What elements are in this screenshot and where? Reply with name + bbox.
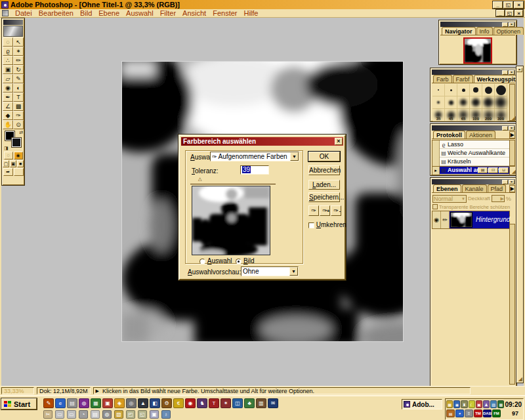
- dialog-close-button[interactable]: ×: [335, 138, 343, 145]
- new-document-from-state-button[interactable]: ▤: [478, 167, 488, 173]
- jump-imageready-button[interactable]: ➦: [3, 168, 13, 176]
- palette-close-button[interactable]: ×: [516, 68, 522, 72]
- preserve-transparency-checkbox[interactable]: [432, 204, 438, 209]
- brush-preset[interactable]: [495, 84, 507, 96]
- brush-preset[interactable]: [482, 96, 495, 109]
- palette-tab[interactable]: Navigator: [442, 27, 476, 35]
- opacity-field[interactable]: ▶: [492, 195, 505, 202]
- measure-tool-icon[interactable]: ∠: [3, 102, 13, 111]
- palette-tab[interactable]: Farb: [433, 75, 452, 83]
- type-tool-icon[interactable]: T: [13, 93, 24, 102]
- zoom-tool-icon[interactable]: ⊙: [13, 120, 24, 129]
- quick-launch-icon[interactable]: ◉: [185, 398, 196, 408]
- history-step[interactable]: ▤ Weiche Auswahlkante: [432, 149, 509, 158]
- layers-scrollbar[interactable]: [509, 224, 515, 385]
- palette-minimize-button[interactable]: _: [502, 126, 508, 131]
- brush-preset[interactable]: [457, 84, 470, 96]
- brush-preset[interactable]: [432, 96, 445, 109]
- bucket-tool-icon[interactable]: ◆: [3, 111, 13, 120]
- brush-preset[interactable]: [432, 84, 445, 96]
- quick-launch-icon[interactable]: ✂: [43, 410, 52, 419]
- brush-preset[interactable]: 45: [445, 109, 457, 121]
- brush-preset[interactable]: 35: [432, 109, 445, 121]
- resize-grip-icon[interactable]: ◢: [518, 377, 522, 382]
- palette-tab[interactable]: Pfad: [488, 184, 507, 192]
- eyedropper-tool-icon[interactable]: ✑: [13, 111, 24, 120]
- blend-mode-select[interactable]: Normal▼: [432, 195, 467, 203]
- minimize-button[interactable]: _: [493, 1, 503, 9]
- standard-screen-button[interactable]: ▢: [3, 160, 9, 167]
- quick-launch-icon[interactable]: ♞: [197, 398, 207, 408]
- palette-close-button[interactable]: ×: [509, 22, 514, 27]
- paintbrush-tool-icon[interactable]: ✏: [13, 56, 24, 65]
- titlebar[interactable]: Adobe Photoshop - [Ohne Titel-1 @ 33,3% …: [0, 0, 525, 9]
- dropdown-arrow-icon[interactable]: ▼: [289, 267, 298, 276]
- radio-auswahl[interactable]: [200, 259, 205, 264]
- tray-icon[interactable]: ▣: [476, 400, 482, 408]
- delete-state-button[interactable]: ⊔: [499, 167, 509, 173]
- tray-icon[interactable]: ▦: [446, 400, 453, 408]
- brush-preset[interactable]: [482, 84, 495, 96]
- quick-launch-icon[interactable]: ▥: [256, 398, 266, 408]
- quick-launch-icon[interactable]: ▦: [91, 398, 101, 408]
- palette-close-button[interactable]: ×: [509, 126, 514, 131]
- menu-item[interactable]: Auswahl: [126, 9, 154, 17]
- palette-tab[interactable]: Kanäle: [462, 184, 487, 192]
- quick-launch-icon[interactable]: ▭: [67, 410, 76, 419]
- palette-minimize-button[interactable]: _: [502, 22, 508, 27]
- eraser-tool-icon[interactable]: ▱: [3, 74, 13, 83]
- tray-icon[interactable]: ≡: [465, 410, 473, 417]
- menu-item[interactable]: Hilfe: [243, 9, 258, 17]
- fullscreen-button[interactable]: ■: [17, 160, 24, 167]
- palette-tab[interactable]: Ebenen: [433, 184, 461, 192]
- dodge-tool-icon[interactable]: ◐: [13, 83, 24, 93]
- brushes-titlebar[interactable]: _×: [432, 70, 515, 75]
- blur-tool-icon[interactable]: ◉: [3, 83, 13, 93]
- menu-item[interactable]: Fenster: [213, 9, 237, 17]
- magic-wand-tool-icon[interactable]: ✶: [13, 47, 24, 56]
- tray-icon[interactable]: DAB: [483, 410, 492, 417]
- restore-button[interactable]: ◱: [503, 1, 513, 9]
- start-button[interactable]: Start: [1, 398, 37, 410]
- quick-launch-icon[interactable]: ▭: [55, 410, 64, 419]
- jump-extra-button[interactable]: [14, 168, 24, 176]
- ok-button[interactable]: OK: [308, 152, 340, 161]
- quick-launch-icon[interactable]: ◰: [126, 410, 135, 419]
- dropdown-arrow-icon[interactable]: ▼: [290, 152, 299, 161]
- quick-launch-icon[interactable]: ✉: [268, 398, 278, 408]
- quick-launch-icon[interactable]: ✶: [220, 398, 231, 408]
- palette-tab[interactable]: Optionen: [494, 27, 524, 35]
- menu-item[interactable]: Filter: [160, 9, 176, 17]
- speichern-button[interactable]: Speichern...: [308, 192, 340, 202]
- menu-item[interactable]: Ebene: [98, 9, 119, 17]
- palette-close-button[interactable]: ×: [509, 70, 514, 75]
- history-step[interactable]: ▤ Kräuseln: [432, 158, 509, 166]
- menu-item[interactable]: Bearbeiten: [39, 9, 74, 17]
- quick-launch-icon[interactable]: ♁: [161, 410, 171, 419]
- history-step[interactable]: ϱ Lasso: [432, 140, 509, 149]
- quick-launch-icon[interactable]: ◫: [232, 398, 243, 408]
- quick-launch-icon[interactable]: ▧: [114, 410, 123, 419]
- toolbox-titlebar[interactable]: [3, 20, 23, 25]
- lasso-tool-icon[interactable]: ϱ: [3, 47, 13, 56]
- quick-launch-icon[interactable]: ▣: [150, 410, 159, 419]
- menu-item[interactable]: Datei: [15, 9, 32, 17]
- quick-launch-icon[interactable]: ▤: [91, 410, 100, 419]
- quick-launch-icon[interactable]: ◈: [114, 398, 125, 408]
- quick-launch-icon[interactable]: T: [209, 398, 219, 408]
- mdi-close-button[interactable]: ×: [514, 10, 523, 16]
- tray-icon[interactable]: ▤: [446, 410, 455, 417]
- selection-preview[interactable]: [192, 186, 270, 255]
- palette-tab[interactable]: Info: [476, 27, 493, 35]
- taskbar-task-photoshop[interactable]: Adob...: [402, 399, 442, 410]
- palette-tab[interactable]: Aktionen: [466, 131, 495, 138]
- move-tool-icon[interactable]: ↖: [13, 37, 24, 47]
- tray-icon[interactable]: ◕: [455, 410, 464, 417]
- quick-launch-icon[interactable]: ◎: [126, 398, 136, 408]
- quick-launch-icon[interactable]: ✎: [43, 398, 54, 408]
- layer-paint-indicator-icon[interactable]: ✏: [441, 211, 450, 228]
- dialog-titlebar[interactable]: Farbbereich auswählen ×: [181, 137, 343, 146]
- background-color-swatch[interactable]: [12, 138, 21, 147]
- tray-icon[interactable]: FM: [492, 410, 501, 417]
- document-size-field[interactable]: Dok: 12,1M/8,92M: [37, 387, 91, 394]
